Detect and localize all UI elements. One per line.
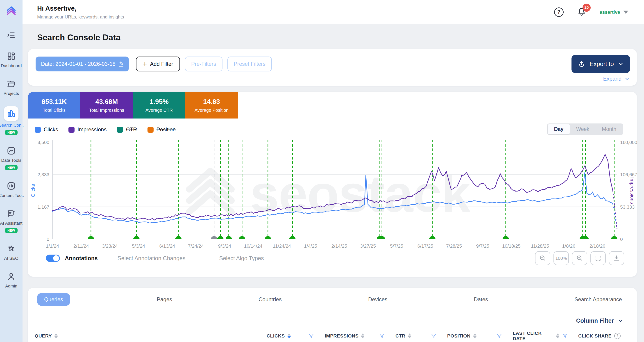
column-sort-position[interactable]: POSITION: [447, 333, 476, 338]
tab-search-appearance[interactable]: Search Appearance: [574, 296, 622, 302]
export-to-button[interactable]: Export to: [572, 55, 630, 73]
svg-text:5/3/24: 5/3/24: [132, 243, 145, 248]
preset-filters-button[interactable]: Preset Filters: [228, 57, 272, 71]
date-filter-chip[interactable]: Date: 2024-01-01 - 2026-03-18 ✎: [36, 57, 129, 71]
stat-total-impressions[interactable]: 43.68M Total Impressions: [80, 92, 133, 119]
legend-swatch-clicks: [35, 127, 41, 133]
column-filter-button[interactable]: Column Filter: [28, 317, 637, 324]
filter-funnel-icon[interactable]: [562, 333, 568, 339]
edit-pencil-icon[interactable]: ✎: [119, 61, 124, 67]
table-tabs: Queries Pages Countries Devices Dates Se…: [28, 293, 637, 306]
stat-total-clicks[interactable]: 853.11K Total Clicks: [28, 92, 80, 119]
sort-icon[interactable]: [361, 333, 364, 338]
tab-dates[interactable]: Dates: [474, 296, 488, 302]
dashboard-grid-icon: [6, 51, 16, 61]
help-circle-icon[interactable]: ?: [614, 333, 620, 339]
svg-text:9/3/24: 9/3/24: [218, 243, 231, 248]
stat-value: 14.83: [203, 98, 220, 105]
tab-devices[interactable]: Devices: [368, 296, 387, 302]
new-badge: NEW: [5, 165, 18, 170]
column-sort-last-click-date[interactable]: LAST CLICK DATE: [513, 330, 559, 341]
filter-funnel-icon[interactable]: [308, 333, 314, 339]
annotations-toggle[interactable]: [46, 255, 60, 262]
filter-funnel-icon[interactable]: [379, 333, 385, 339]
export-to-label: Export to: [590, 61, 614, 68]
tab-pages[interactable]: Pages: [157, 296, 172, 302]
filter-funnel-icon[interactable]: [496, 333, 502, 339]
column-header-query[interactable]: QUERY: [35, 333, 266, 338]
legend-swatch-position: [148, 127, 154, 133]
expand-filters-link[interactable]: Expand: [36, 76, 630, 82]
column-sort-clicks[interactable]: CLICKS: [266, 333, 291, 338]
column-label: CLICKS: [266, 333, 285, 338]
sidebar-item-ai-assistant[interactable]: AI Assistant NEW: [0, 208, 22, 233]
sidebar-item-data-tools[interactable]: Data Tools NEW: [1, 146, 21, 170]
tab-queries[interactable]: Queries: [37, 293, 70, 306]
sort-icon[interactable]: [473, 333, 476, 338]
sort-icon-desc-active[interactable]: [288, 333, 291, 338]
notifications-button[interactable]: 20: [577, 7, 586, 18]
column-label: QUERY: [35, 333, 52, 338]
plus-icon: +: [143, 61, 147, 68]
top-header: Hi Assertive, Manage your URLs, keywords…: [22, 0, 644, 24]
granularity-day[interactable]: Day: [548, 124, 570, 134]
sidebar-item-content-tools[interactable]: Content Too..: [0, 181, 24, 198]
sort-icon[interactable]: [54, 333, 58, 338]
preset-filters-label: Preset Filters: [234, 61, 266, 67]
user-menu[interactable]: assertive: [600, 10, 628, 15]
legend-item-clicks[interactable]: Clicks: [35, 126, 58, 133]
help-button[interactable]: ?: [554, 8, 564, 17]
tab-countries[interactable]: Countries: [258, 296, 282, 302]
stat-average-position[interactable]: 14.83 Average Position: [185, 92, 238, 119]
add-filter-button[interactable]: + Add Filter: [136, 57, 180, 71]
download-chart-button[interactable]: [609, 251, 624, 265]
column-header-click-share: CLICK SHARE ?: [578, 333, 630, 339]
filter-funnel-icon[interactable]: [430, 333, 437, 339]
select-algo-types[interactable]: Select Algo Types: [219, 255, 264, 262]
legend-item-ctr[interactable]: CTR: [117, 126, 137, 133]
collapse-menu-icon: [7, 31, 16, 40]
select-annotation-changes[interactable]: Select Annotation Changes: [118, 255, 186, 262]
column-header-last-click-date: LAST CLICK DATE: [513, 330, 578, 341]
svg-text:10/18/25: 10/18/25: [502, 243, 520, 248]
svg-text:9/7/25: 9/7/25: [476, 243, 489, 248]
sidebar-item-dashboard[interactable]: Dashboard: [1, 51, 22, 68]
fullscreen-icon: [594, 255, 602, 262]
sidebar-item-ai-seo[interactable]: AI SEO: [4, 243, 18, 261]
sort-icon[interactable]: [408, 333, 411, 338]
stat-average-ctr[interactable]: 1.95% Average CTR: [133, 92, 185, 119]
timeseries-chart[interactable]: 1/1/242/11/243/23/245/3/246/13/247/24/24…: [28, 136, 637, 250]
column-filter-label: Column Filter: [576, 317, 614, 324]
sidebar-item-search-console[interactable]: Search Con.. NEW: [0, 106, 24, 135]
filter-bar-card: Date: 2024-01-01 - 2026-03-18 ✎ + Add Fi…: [28, 49, 637, 86]
app-logo-icon[interactable]: [5, 5, 17, 18]
svg-text:1/1/24: 1/1/24: [46, 243, 59, 248]
column-sort-impressions[interactable]: IMPRESSIONS: [325, 333, 364, 338]
zoom-level-button[interactable]: 100%: [554, 251, 569, 265]
pre-filters-button[interactable]: Pre-Filters: [185, 57, 222, 71]
zoom-in-button[interactable]: [572, 251, 587, 265]
zoom-in-icon: [576, 255, 583, 262]
legend-item-impressions[interactable]: Impressions: [68, 126, 106, 133]
sort-icon[interactable]: [556, 333, 559, 338]
svg-text:2/14/25: 2/14/25: [332, 243, 347, 248]
svg-text:Clicks: Clicks: [30, 184, 36, 197]
legend-label: CTR: [126, 126, 137, 133]
legend-item-position[interactable]: Position: [148, 126, 176, 133]
granularity-week[interactable]: Week: [570, 124, 596, 134]
granularity-month[interactable]: Month: [596, 124, 622, 134]
sidebar-item-projects[interactable]: Projects: [4, 79, 19, 96]
fullscreen-button[interactable]: [590, 251, 606, 265]
question-mark-icon: ?: [557, 9, 560, 15]
chevron-down-icon: [623, 11, 628, 14]
zoom-out-button[interactable]: [535, 251, 550, 265]
svg-text:0: 0: [46, 237, 49, 242]
column-sort-ctr[interactable]: CTR: [396, 333, 411, 338]
svg-text:1/4/25: 1/4/25: [304, 243, 317, 248]
expand-label: Expand: [603, 76, 622, 82]
sidebar-item-admin[interactable]: Admin: [5, 271, 17, 289]
sidebar-collapse-button[interactable]: [7, 31, 16, 41]
svg-text:7/24/24: 7/24/24: [188, 243, 204, 248]
svg-text:3,500: 3,500: [38, 140, 49, 145]
annotations-toggle-label: Annotations: [65, 255, 98, 262]
